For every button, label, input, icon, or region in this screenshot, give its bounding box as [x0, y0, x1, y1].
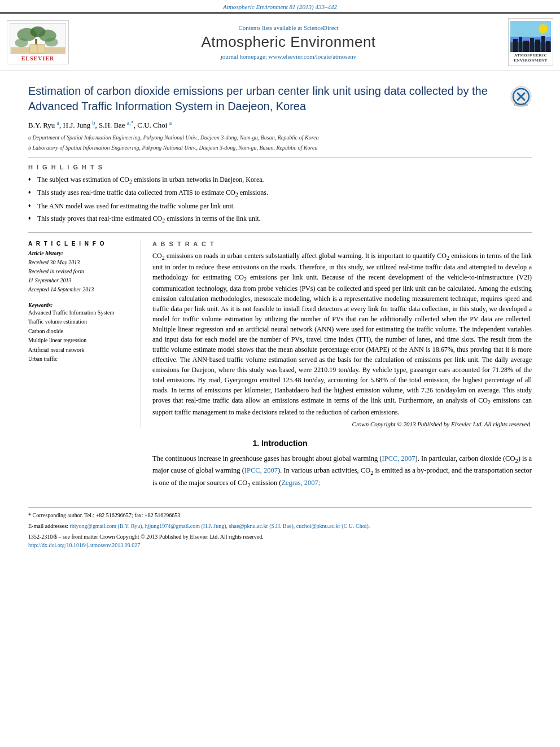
highlight-item: This study uses real-time traffic data c… — [28, 187, 532, 200]
received-date: Received 30 May 2013 — [28, 258, 133, 267]
affiliation-b: b Laboratory of Spatial Information Engi… — [28, 144, 532, 152]
article-info-label: A R T I C L E I N F O — [28, 241, 133, 247]
divider-article-info — [28, 232, 532, 233]
copyright-text: Crown Copyright © 2013 Published by Else… — [152, 421, 532, 427]
svg-rect-19 — [546, 41, 550, 52]
atmospheric-env-image — [510, 21, 551, 52]
keyword-item: Carbon dioxide — [28, 327, 133, 337]
highlights-label: H I G H L I G H T S — [28, 164, 532, 171]
footer-issn: 1352-2310/$ – see front matter Crown Cop… — [28, 532, 532, 549]
keyword-item: Multiple linear regression — [28, 336, 133, 346]
svg-rect-15 — [523, 41, 529, 52]
corresponding-author-note: * Corresponding author. Tel.: +82 516296… — [28, 511, 532, 519]
highlights-list: The subject was estimation of CO2 emissi… — [28, 174, 532, 226]
intro-two-col: The continuous increase in greenhouse ga… — [28, 453, 532, 490]
svg-point-20 — [539, 24, 548, 33]
sciencedirect-link: Contents lists available at ScienceDirec… — [76, 24, 501, 31]
homepage-url[interactable]: www.elsevier.com/locate/atmosenv — [269, 53, 357, 60]
keywords-label: Keywords: — [28, 302, 133, 308]
article-info-column: A R T I C L E I N F O Article history: R… — [28, 241, 141, 427]
svg-rect-18 — [541, 36, 545, 52]
svg-rect-17 — [535, 40, 540, 52]
keyword-item: Artificial neural network — [28, 346, 133, 355]
abstract-label: A B S T R A C T — [152, 241, 532, 247]
sciencedirect-text[interactable]: ScienceDirect — [304, 24, 339, 31]
received-revised: Received in revised form — [28, 267, 133, 276]
revised-date: 11 September 2013 — [28, 276, 133, 285]
doi-link[interactable]: http://dx.doi.org/10.1016/j.atmosenv.201… — [28, 542, 140, 548]
keyword-item: Advanced Traffic Information System — [28, 308, 133, 318]
journal-reference: Atmospheric Environment 81 (2013) 433–44… — [0, 0, 560, 12]
authors-line: B.Y. Ryu a, H.J. Jung b, S.H. Bae a,*, C… — [28, 120, 532, 130]
ipcc-link-1[interactable]: IPCC, 2007 — [382, 455, 415, 462]
zegras-link[interactable]: Zegras, 2007; — [281, 479, 320, 487]
svg-rect-14 — [519, 37, 522, 52]
keywords-list: Advanced Traffic Information System Traf… — [28, 308, 133, 364]
svg-point-5 — [15, 38, 28, 47]
elsevier-logo-image — [10, 23, 66, 54]
abstract-column: A B S T R A C T CO2 emissions on roads i… — [152, 241, 532, 427]
intro-text: The continuous increase in greenhouse ga… — [152, 453, 532, 490]
intro-left-spacer — [28, 453, 141, 490]
highlight-item: The subject was estimation of CO2 emissi… — [28, 174, 532, 187]
email-links[interactable]: rbiyong@gmail.com (B.Y. Ryu), hjjung1974… — [69, 523, 370, 529]
journal-title-center: Contents lists available at ScienceDirec… — [76, 24, 501, 60]
keyword-item: Urban traffic — [28, 355, 133, 364]
crossmark-icon[interactable]: CrossMark — [510, 86, 532, 107]
main-content: CrossMark Estimation of carbon dioxide e… — [0, 84, 560, 549]
journal-header: ELSEVIER Contents lists available at Sci… — [0, 12, 560, 71]
article-info-abstract: A R T I C L E I N F O Article history: R… — [28, 241, 532, 427]
highlight-item: The ANN model was used for estimating th… — [28, 200, 532, 212]
paper-title: Estimation of carbon dioxide emissions p… — [28, 84, 532, 114]
journal-main-title: Atmospheric Environment — [76, 33, 501, 51]
highlight-item: This study proves that real-time estimat… — [28, 213, 532, 226]
history-label: Article history: — [28, 249, 133, 258]
journal-homepage: journal homepage: www.elsevier.com/locat… — [76, 53, 501, 60]
introduction-section: 1. Introduction The continuous increase … — [28, 439, 532, 490]
article-history: Article history: Received 30 May 2013 Re… — [28, 249, 133, 294]
article-keywords: Keywords: Advanced Traffic Information S… — [28, 302, 133, 364]
svg-point-6 — [45, 38, 58, 46]
abstract-text: CO2 emissions on roads in urban centers … — [152, 251, 532, 417]
svg-rect-13 — [513, 39, 518, 52]
intro-heading: 1. Introduction — [28, 439, 532, 448]
ipcc-link-2[interactable]: IPCC, 2007 — [244, 466, 278, 474]
svg-rect-16 — [530, 38, 534, 52]
elsevier-brand-text: ELSEVIER — [21, 55, 55, 62]
affiliation-a: a Department of Spatial Information Engi… — [28, 134, 532, 142]
journal-logo-right: ATMOSPHERIC ENVIRONMENT — [508, 18, 553, 66]
svg-text:CrossMark: CrossMark — [514, 103, 528, 106]
atm-journal-title: ATMOSPHERIC ENVIRONMENT — [511, 53, 550, 63]
page-footer: * Corresponding author. Tel.: +82 516296… — [28, 507, 532, 549]
elsevier-logo: ELSEVIER — [7, 20, 69, 64]
title-section: CrossMark Estimation of carbon dioxide e… — [28, 84, 532, 114]
email-addresses: E-mail addresses: rbiyong@gmail.com (B.Y… — [28, 522, 532, 530]
accepted-date: Accepted 14 September 2013 — [28, 285, 133, 294]
keyword-item: Traffic volume estimation — [28, 317, 133, 327]
divider-highlights — [28, 158, 532, 158]
